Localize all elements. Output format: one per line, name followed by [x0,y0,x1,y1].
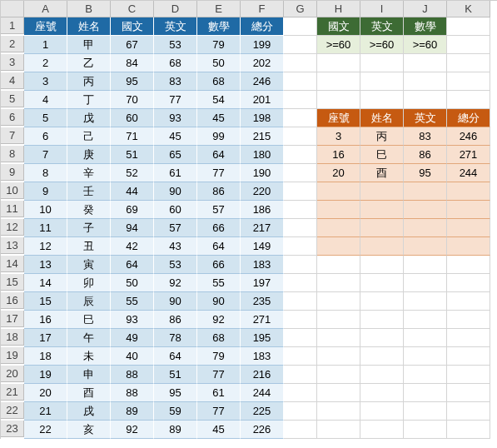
main-cell[interactable]: 45 [197,421,241,439]
result-empty[interactable] [317,201,360,219]
result-cell[interactable]: 巳 [360,146,404,164]
main-cell[interactable]: 3 [24,72,67,91]
main-cell[interactable]: 68 [197,329,241,347]
empty-cell[interactable] [360,256,404,274]
row-header-12[interactable]: 12 [1,219,24,236]
main-cell[interactable]: 92 [111,421,154,439]
empty-cell[interactable] [447,347,490,366]
main-cell[interactable]: 84 [111,54,154,72]
main-cell[interactable]: 巳 [67,311,111,329]
result-header[interactable]: 英文 [404,109,447,127]
main-cell[interactable]: 183 [241,256,284,274]
col-header-H[interactable]: H [317,1,360,17]
main-cell[interactable]: 197 [241,274,284,292]
empty-cell[interactable] [404,329,447,347]
empty-cell[interactable] [447,421,490,439]
main-cell[interactable]: 60 [154,201,197,219]
row-header-17[interactable]: 17 [1,311,24,327]
main-cell[interactable]: 癸 [67,201,111,219]
empty-cell[interactable] [404,91,447,109]
row-header-7[interactable]: 7 [1,127,24,144]
result-cell[interactable]: 271 [447,146,490,164]
empty-cell[interactable] [317,311,360,329]
empty-cell[interactable] [317,402,360,421]
result-empty[interactable] [360,219,404,237]
main-header[interactable]: 姓名 [67,17,111,36]
main-cell[interactable]: 92 [197,311,241,329]
main-cell[interactable]: 4 [24,91,67,109]
empty-cell[interactable] [317,292,360,311]
empty-cell[interactable] [284,256,317,274]
main-cell[interactable]: 186 [241,201,284,219]
main-cell[interactable]: 子 [67,219,111,237]
row-header-1[interactable]: 1 [1,17,24,34]
main-cell[interactable]: 77 [154,91,197,109]
main-cell[interactable]: 57 [197,201,241,219]
main-cell[interactable]: 45 [197,109,241,127]
empty-cell[interactable] [284,36,317,54]
empty-cell[interactable] [447,72,490,91]
result-empty[interactable] [404,219,447,237]
main-cell[interactable]: 53 [154,36,197,54]
empty-cell[interactable] [404,256,447,274]
row-header-8[interactable]: 8 [1,146,24,162]
main-cell[interactable]: 95 [111,72,154,91]
empty-cell[interactable] [317,54,360,72]
row-header-13[interactable]: 13 [1,237,24,254]
main-cell[interactable]: 51 [111,146,154,164]
empty-cell[interactable] [284,384,317,402]
main-cell[interactable]: 42 [111,237,154,256]
main-cell[interactable]: 66 [197,256,241,274]
main-cell[interactable]: 61 [154,164,197,182]
empty-cell[interactable] [404,311,447,329]
criteria-header[interactable]: 英文 [360,17,404,36]
main-cell[interactable]: 17 [24,329,67,347]
row-header-2[interactable]: 2 [1,36,24,52]
empty-cell[interactable] [447,54,490,72]
result-empty[interactable] [447,219,490,237]
row-header-10[interactable]: 10 [1,182,24,199]
empty-cell[interactable] [404,402,447,421]
main-cell[interactable]: 18 [24,347,67,366]
main-cell[interactable]: 69 [111,201,154,219]
empty-cell[interactable] [284,292,317,311]
col-header-A[interactable]: A [24,1,67,17]
empty-cell[interactable] [360,421,404,439]
result-empty[interactable] [360,182,404,201]
col-header-B[interactable]: B [67,1,111,17]
main-cell[interactable]: 15 [24,292,67,311]
main-cell[interactable]: 235 [241,292,284,311]
main-cell[interactable]: 乙 [67,54,111,72]
row-header-20[interactable]: 20 [1,366,24,382]
spreadsheet-grid[interactable]: ABCDEFGHIJK1座號姓名國文英文數學總分國文英文數學21甲6753791… [0,0,497,439]
col-header-F[interactable]: F [241,1,284,17]
main-cell[interactable]: 50 [197,54,241,72]
main-cell[interactable]: 61 [197,384,241,402]
empty-cell[interactable] [284,54,317,72]
criteria-value[interactable]: >=60 [404,36,447,54]
main-cell[interactable]: 93 [111,311,154,329]
main-cell[interactable]: 52 [111,164,154,182]
main-cell[interactable]: 辛 [67,164,111,182]
result-cell[interactable]: 83 [404,127,447,146]
empty-cell[interactable] [447,366,490,384]
empty-cell[interactable] [284,274,317,292]
main-cell[interactable]: 8 [24,164,67,182]
main-cell[interactable]: 7 [24,146,67,164]
empty-cell[interactable] [404,347,447,366]
result-cell[interactable]: 246 [447,127,490,146]
row-header-4[interactable]: 4 [1,72,24,89]
empty-cell[interactable] [447,36,490,54]
main-cell[interactable]: 40 [111,347,154,366]
empty-cell[interactable] [360,91,404,109]
result-cell[interactable]: 酉 [360,164,404,182]
main-cell[interactable]: 246 [241,72,284,91]
empty-cell[interactable] [317,366,360,384]
main-cell[interactable]: 45 [154,127,197,146]
main-cell[interactable]: 未 [67,347,111,366]
main-cell[interactable]: 16 [24,311,67,329]
main-cell[interactable]: 64 [154,347,197,366]
main-cell[interactable]: 94 [111,219,154,237]
empty-cell[interactable] [317,72,360,91]
main-cell[interactable]: 79 [197,36,241,54]
